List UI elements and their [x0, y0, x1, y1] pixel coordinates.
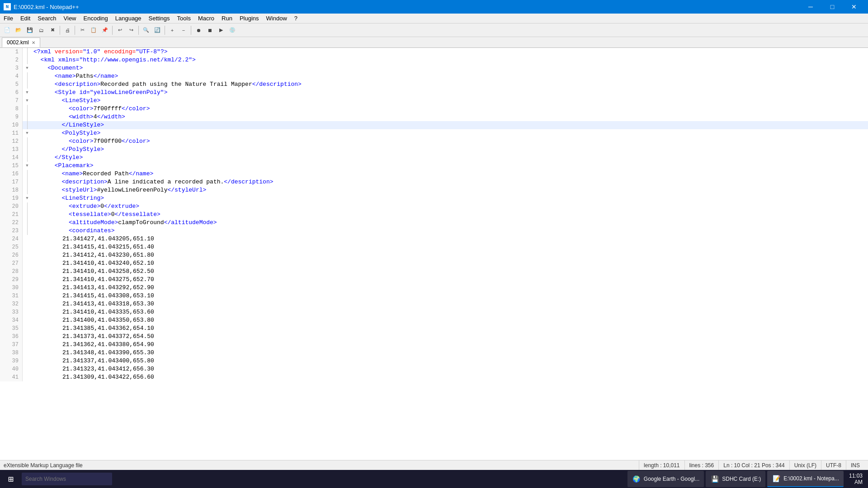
macro-rec-button[interactable]: ⏺: [193, 25, 204, 36]
table-row[interactable]: 3221.341413,41.043318,653.30: [0, 300, 868, 308]
macro-play-button[interactable]: ▶: [216, 25, 226, 36]
zoom-in-button[interactable]: +: [167, 25, 178, 36]
open-button[interactable]: 📂: [13, 25, 24, 36]
table-row[interactable]: 11▼ <PolyStyle>: [0, 129, 868, 137]
start-button[interactable]: ⊞: [2, 471, 20, 487]
table-row[interactable]: 2 <kml xmlns="http://www.opengis.net/kml…: [0, 56, 868, 64]
editor-container[interactable]: 1<?xml version="1.0" encoding="UTF-8"?>2…: [0, 48, 868, 460]
table-row[interactable]: 3▼ <Document>: [0, 64, 868, 72]
fold-indicator[interactable]: ▼: [23, 64, 32, 72]
copy-button[interactable]: 📋: [88, 25, 99, 36]
table-row[interactable]: 21 <tessellate>0</tessellate>: [0, 211, 868, 219]
table-row[interactable]: 12 <color>7f00ff00</color>: [0, 137, 868, 145]
tab-0002kml[interactable]: 0002.kml ✕: [2, 38, 40, 47]
menu-view[interactable]: View: [60, 14, 80, 23]
menu-file[interactable]: File: [0, 14, 17, 23]
table-row[interactable]: 17 <description>A line indicated a recor…: [0, 178, 868, 186]
fold-indicator[interactable]: ▼: [23, 129, 32, 137]
table-row[interactable]: 2821.341410,41.043258,652.50: [0, 267, 868, 276]
table-row[interactable]: 3321.341410,41.043335,653.60: [0, 308, 868, 316]
table-row[interactable]: 6▼ <Style id="yellowLineGreenPoly">: [0, 89, 868, 97]
notepadpp-icon: 📝: [772, 474, 781, 483]
new-button[interactable]: 📄: [2, 25, 13, 36]
table-row[interactable]: 19▼ <LineString>: [0, 194, 868, 202]
code-area[interactable]: 1<?xml version="1.0" encoding="UTF-8"?>2…: [0, 48, 868, 381]
menu-tools[interactable]: Tools: [174, 14, 194, 23]
table-row[interactable]: 23 <coordinates>: [0, 227, 868, 235]
table-row[interactable]: 7▼ <LineStyle>: [0, 97, 868, 105]
find-replace-button[interactable]: 🔄: [152, 25, 163, 36]
table-row[interactable]: 9 <width>4</width>: [0, 113, 868, 121]
table-row[interactable]: 3021.341413,41.043292,652.90: [0, 284, 868, 292]
table-row[interactable]: 2721.341410,41.043240,652.10: [0, 259, 868, 267]
menu-edit[interactable]: Edit: [17, 14, 34, 23]
zoom-out-button[interactable]: −: [178, 25, 189, 36]
menu-search[interactable]: Search: [34, 14, 60, 23]
fold-indicator[interactable]: ▼: [23, 194, 32, 202]
table-row[interactable]: 4121.341309,41.043422,656.60: [0, 373, 868, 381]
table-row[interactable]: 20 <extrude>0</extrude>: [0, 202, 868, 211]
code-text: 21.341413,41.043292,652.90: [32, 284, 868, 292]
fold-indicator[interactable]: ▼: [23, 89, 32, 97]
table-row[interactable]: 3821.341348,41.043390,655.30: [0, 349, 868, 357]
paste-button[interactable]: 📌: [99, 25, 110, 36]
tab-close-icon[interactable]: ✕: [32, 40, 35, 45]
code-text: <Document>: [32, 64, 868, 72]
undo-button[interactable]: ↩: [114, 25, 125, 36]
table-row[interactable]: 3621.341373,41.043372,654.50: [0, 333, 868, 341]
taskbar-google-earth[interactable]: 🌍 Google Earth - Googl...: [627, 471, 704, 487]
menu-run[interactable]: Run: [218, 14, 236, 23]
maximize-button[interactable]: □: [822, 0, 843, 14]
table-row[interactable]: 10 </LineStyle>: [0, 121, 868, 129]
save-button[interactable]: 💾: [24, 25, 35, 36]
table-row[interactable]: 2521.341415,41.043215,651.40: [0, 243, 868, 251]
taskbar-notepadpp[interactable]: 📝 E:\0002.kml - Notepa...: [767, 471, 844, 487]
find-button[interactable]: 🔍: [141, 25, 151, 36]
menu-help[interactable]: ?: [291, 14, 301, 23]
fold-indicator[interactable]: ▼: [23, 162, 32, 170]
close-button2[interactable]: ✖: [47, 25, 58, 36]
table-row[interactable]: 3521.341385,41.043362,654.10: [0, 324, 868, 333]
menu-settings[interactable]: Settings: [145, 14, 174, 23]
table-row[interactable]: 4021.341323,41.043412,656.30: [0, 365, 868, 373]
table-row[interactable]: 2921.341410,41.043275,652.70: [0, 276, 868, 284]
minimize-button[interactable]: ─: [800, 0, 821, 14]
table-row[interactable]: 3421.341400,41.043350,653.80: [0, 316, 868, 324]
taskbar-search[interactable]: [22, 473, 112, 485]
fold-indicator[interactable]: ▼: [23, 97, 32, 105]
code-text: 21.341410,41.043258,652.50: [32, 267, 868, 276]
table-row[interactable]: 2421.341427,41.043205,651.10: [0, 235, 868, 243]
table-row[interactable]: 3121.341415,41.043308,653.10: [0, 292, 868, 300]
redo-button[interactable]: ↪: [126, 25, 137, 36]
macro-save-button[interactable]: 💿: [227, 25, 238, 36]
table-row[interactable]: 1<?xml version="1.0" encoding="UTF-8"?>: [0, 48, 868, 56]
table-row[interactable]: 18 <styleUrl>#yellowLineGreenPoly</style…: [0, 186, 868, 194]
table-row[interactable]: 15▼ <Placemark>: [0, 162, 868, 170]
code-text: 21.341400,41.043350,653.80: [32, 316, 868, 324]
table-row[interactable]: 22 <altitudeMode>clampToGround</altitude…: [0, 219, 868, 227]
editor-content[interactable]: 1<?xml version="1.0" encoding="UTF-8"?>2…: [0, 48, 868, 460]
code-text: 21.341412,41.043230,651.80: [32, 251, 868, 259]
save-all-button[interactable]: 🗂: [36, 25, 47, 36]
table-row[interactable]: 14 </Style>: [0, 154, 868, 162]
table-row[interactable]: 2621.341412,41.043230,651.80: [0, 251, 868, 259]
table-row[interactable]: 5 <description>Recorded path using the N…: [0, 80, 868, 89]
close-button[interactable]: ✕: [844, 0, 864, 14]
print-button[interactable]: 🖨: [62, 25, 73, 36]
menu-macro[interactable]: Macro: [194, 14, 218, 23]
status-lines: lines : 356: [684, 460, 719, 470]
taskbar-sdhc[interactable]: 💾 SDHC Card (E:): [706, 471, 765, 487]
menu-encoding[interactable]: Encoding: [80, 14, 112, 23]
table-row[interactable]: 13 </PolyStyle>: [0, 145, 868, 154]
menu-language[interactable]: Language: [112, 14, 145, 23]
macro-stop-button[interactable]: ⏹: [204, 25, 215, 36]
cut-button[interactable]: ✂: [77, 25, 88, 36]
table-row[interactable]: 8 <color>7f00ffff</color>: [0, 105, 868, 113]
table-row[interactable]: 3721.341362,41.043380,654.90: [0, 341, 868, 349]
menu-plugins[interactable]: Plugins: [236, 14, 263, 23]
table-row[interactable]: 16 <name>Recorded Path</name>: [0, 170, 868, 178]
line-number: 19: [0, 194, 23, 202]
table-row[interactable]: 3921.341337,41.043400,655.80: [0, 357, 868, 365]
table-row[interactable]: 4 <name>Paths</name>: [0, 72, 868, 80]
menu-window[interactable]: Window: [263, 14, 291, 23]
